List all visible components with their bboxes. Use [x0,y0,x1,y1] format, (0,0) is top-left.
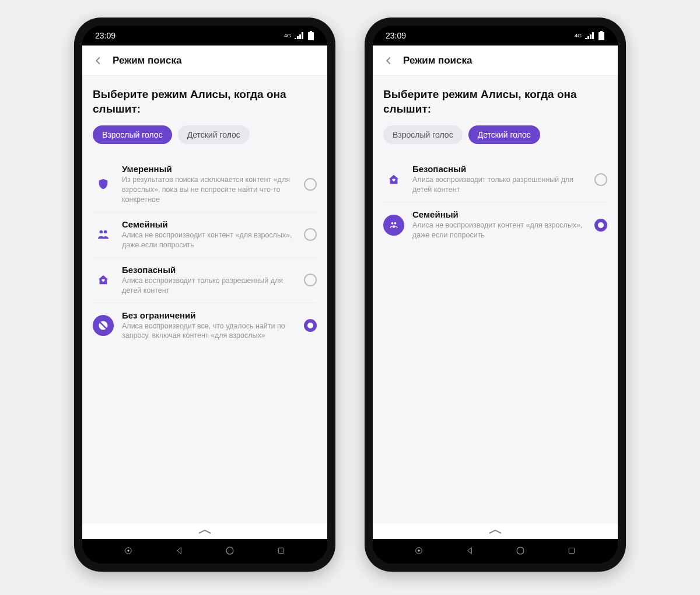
svg-point-3 [104,230,107,234]
option-description: Алиса воспроизводит все, что удалось най… [122,321,296,341]
radio-safe[interactable] [594,173,607,186]
nav-back-button[interactable] [465,546,474,555]
radio-moderate[interactable] [304,178,317,191]
nav-recent-button[interactable] [276,546,286,555]
square-icon [567,546,576,555]
sheet-handle[interactable] [82,523,327,539]
option-moderate[interactable]: Умеренный Из результатов поиска исключае… [93,157,317,212]
house-heart-icon [93,270,114,290]
svg-point-6 [226,547,233,554]
status-bar: 23:09 4G [82,26,327,46]
radio-family[interactable] [304,228,317,241]
circle-dot-icon [414,546,424,555]
status-time: 23:09 [386,31,406,40]
svg-point-14 [418,550,419,552]
svg-rect-0 [310,31,312,32]
option-unrestricted[interactable]: Без ограничений Алиса воспроизводит все,… [93,303,317,348]
status-icons: 4G [284,31,314,40]
option-title: Семейный [122,219,296,229]
svg-rect-16 [569,548,575,553]
android-nav-bar [82,538,327,564]
radio-unrestricted[interactable] [304,319,317,332]
svg-point-11 [394,222,397,224]
status-icons: 4G [575,31,605,40]
page-title: Режим поиска [403,55,472,66]
content-area: Выберите режим Алисы, когда она слышит: … [82,76,327,538]
option-title: Безопасный [412,164,586,174]
app-bar: Режим поиска [82,46,327,76]
svg-point-5 [127,550,129,552]
tab-adult-voice[interactable]: Взрослый голос [383,125,463,144]
signal-icon [295,32,304,39]
nav-back-button[interactable] [174,546,184,555]
svg-point-2 [100,230,103,234]
network-label: 4G [284,33,291,38]
network-label: 4G [575,33,582,38]
back-button[interactable] [92,54,104,67]
section-heading: Выберите режим Алисы, когда она слышит: [93,88,317,116]
circle-dot-icon [124,546,133,555]
nav-recent-button[interactable] [567,546,576,555]
phone-child: 23:09 4G Режим поиска Выберите режим Али… [365,18,626,572]
svg-point-10 [391,222,394,224]
globe-off-icon [93,315,114,336]
option-title: Семейный [412,209,586,219]
tab-adult-voice[interactable]: Взрослый голос [93,125,172,144]
option-title: Безопасный [122,265,296,275]
option-title: Умеренный [122,164,296,174]
svg-rect-9 [598,32,604,40]
tab-child-voice[interactable]: Детский голос [178,125,250,144]
option-safe[interactable]: Безопасный Алиса воспроизводит только ра… [383,157,607,202]
triangle-left-icon [465,546,474,555]
triangle-left-icon [174,546,184,555]
signal-icon [585,32,594,39]
status-bar: 23:09 4G [373,26,618,46]
svg-rect-1 [308,32,314,40]
nav-assistant-button[interactable] [124,546,133,555]
battery-icon [307,31,314,40]
people-icon [93,224,114,245]
option-description: Алиса не воспроизводит контент «для взро… [122,230,296,250]
shield-icon [93,174,114,195]
option-family[interactable]: Семейный Алиса не воспроизводит контент … [93,212,317,258]
chevron-up-icon [487,528,504,534]
option-description: Алиса воспроизводит только разрешенный д… [122,276,296,296]
option-safe[interactable]: Безопасный Алиса воспроизводит только ра… [93,258,317,303]
section-heading: Выберите режим Алисы, когда она слышит: [383,88,607,116]
circle-icon [225,545,235,556]
app-bar: Режим поиска [373,46,618,76]
arrow-left-icon [92,54,104,67]
chevron-up-icon [196,528,214,534]
status-time: 23:09 [95,31,116,40]
radio-family[interactable] [594,219,607,232]
house-heart-icon [383,169,404,190]
svg-rect-8 [600,31,603,32]
phone-adult: 23:09 4G Режим поиска Выберите режим Али… [74,18,335,572]
content-area: Выберите режим Алисы, когда она слышит: … [373,76,618,538]
back-button[interactable] [382,54,395,67]
family-circle-icon [383,215,404,236]
nav-home-button[interactable] [225,545,235,556]
circle-icon [515,545,526,556]
voice-type-tabs: Взрослый голос Детский голос [383,125,607,144]
square-icon [276,546,286,555]
sheet-handle[interactable] [373,523,618,539]
option-description: Из результатов поиска исключается контен… [122,175,296,205]
option-family[interactable]: Семейный Алиса не воспроизводит контент … [383,202,607,247]
android-nav-bar [373,538,618,564]
tab-child-voice[interactable]: Детский голос [468,125,540,144]
voice-type-tabs: Взрослый голос Детский голос [93,125,317,144]
svg-point-15 [517,547,524,554]
option-description: Алиса воспроизводит только разрешенный д… [412,175,586,195]
svg-point-12 [393,225,395,228]
svg-rect-7 [279,548,284,553]
page-title: Режим поиска [113,55,181,66]
battery-icon [598,31,605,40]
arrow-left-icon [382,54,395,67]
radio-safe[interactable] [304,274,317,286]
option-description: Алиса не воспроизводит контент «для взро… [412,220,586,240]
nav-assistant-button[interactable] [414,546,424,555]
option-title: Без ограничений [122,310,296,320]
nav-home-button[interactable] [515,545,526,556]
